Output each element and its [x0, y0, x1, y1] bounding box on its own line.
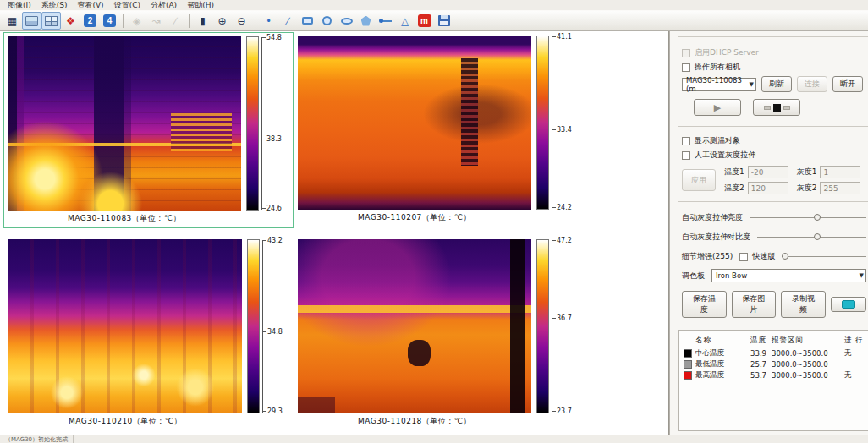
- scale-mid: 38.3: [266, 135, 282, 143]
- camera-select-value: MAG30-110083 (m: [686, 76, 746, 93]
- col-name: 名称: [695, 336, 741, 346]
- menu-help[interactable]: 帮助(H): [183, 0, 218, 11]
- menu-system[interactable]: 系统(S): [37, 0, 72, 11]
- brightness-slider[interactable]: [750, 214, 866, 222]
- fullscreen-button[interactable]: ❖: [61, 12, 80, 30]
- fast-mode-checkbox[interactable]: [739, 253, 748, 261]
- record-video-button[interactable]: 录制视频: [781, 291, 826, 318]
- scale-max: 43.2: [267, 237, 283, 244]
- point-tool-button[interactable]: •: [259, 12, 278, 30]
- stop-button[interactable]: [753, 99, 800, 116]
- flag-tool-button[interactable]: ▮: [193, 12, 212, 30]
- table-row[interactable]: 最高温度 53.7 3000.0~3500.0 无: [684, 369, 865, 380]
- rect-tool-button[interactable]: [298, 12, 317, 30]
- thermal-image-2[interactable]: [298, 36, 531, 210]
- two-up-view-icon: 2: [84, 14, 96, 27]
- calibrate-button[interactable]: ◈: [127, 12, 146, 30]
- save-temperature-button[interactable]: 保存温度: [682, 291, 727, 318]
- save-layout-button[interactable]: [434, 12, 453, 30]
- ellipse-tool-button[interactable]: [337, 12, 356, 30]
- device-manager-button[interactable]: ▦: [3, 12, 22, 30]
- measure-name: 最高温度: [695, 370, 741, 380]
- color-swatch: [684, 349, 692, 358]
- connection-group: 启用DHCP Server 操作所有相机 MAG30-110083 (m ▼ 刷…: [678, 36, 868, 127]
- slider-thumb[interactable]: [814, 214, 821, 221]
- refresh-button[interactable]: 刷新: [761, 76, 792, 92]
- polygon-tool-button[interactable]: [356, 12, 376, 30]
- dhcp-checkbox[interactable]: [682, 49, 690, 57]
- two-up-view-button[interactable]: 2: [80, 12, 100, 30]
- stop-left-nub: [764, 106, 771, 110]
- colorbar-2: 41.1 33.4 24.2: [536, 36, 580, 210]
- colorbar-4: 47.2 36.7 23.7: [536, 239, 580, 413]
- rect-tool-icon: [302, 17, 313, 25]
- slider-thumb[interactable]: [782, 253, 788, 260]
- play-icon: ▶: [714, 102, 721, 113]
- show-objects-checkbox[interactable]: [682, 137, 690, 145]
- scale-min: 29.3: [267, 407, 283, 415]
- gray2-input[interactable]: [820, 182, 860, 194]
- connect-button[interactable]: 连接: [797, 76, 827, 92]
- scale-min: 24.6: [266, 205, 282, 212]
- circle-tool-button[interactable]: [317, 12, 337, 30]
- palette-select[interactable]: Iron Bow ▼: [711, 269, 866, 282]
- camera-select[interactable]: MAG30-110083 (m ▼: [682, 78, 756, 91]
- gray2-label: 灰度2: [797, 183, 817, 194]
- apply-button[interactable]: 应用: [682, 169, 716, 191]
- scale-max: 47.2: [557, 237, 572, 244]
- menu-analyze[interactable]: 分析(A): [146, 0, 181, 11]
- delta-tool-button[interactable]: △: [395, 12, 415, 30]
- alarm-table: 名称 温度 报警区间 进 行 中心温度 33.9 3000.0~3500.0 无…: [678, 330, 868, 431]
- polygon-tool-icon: [361, 16, 371, 26]
- ruler-button[interactable]: ∕: [166, 12, 185, 30]
- measure-name: 最低温度: [695, 359, 741, 369]
- col-action: 进 行: [844, 336, 865, 346]
- menu-image[interactable]: 图像(I): [3, 0, 36, 11]
- slider-thumb[interactable]: [814, 233, 821, 240]
- zoom-out-button[interactable]: ⊖: [232, 12, 251, 30]
- temp1-input[interactable]: [748, 166, 788, 178]
- thermal-panel-3[interactable]: 43.2 34.8 29.3 MAG30-110210（单位：℃）: [8, 239, 290, 427]
- four-up-view-icon: 4: [103, 14, 116, 27]
- menu-view[interactable]: 查看(V): [73, 0, 107, 11]
- snapshot-button[interactable]: [831, 297, 866, 312]
- thermal-image-4[interactable]: [298, 239, 531, 413]
- table-row[interactable]: 中心温度 33.9 3000.0~3500.0 无: [684, 347, 865, 358]
- palette-select-value: Iron Bow: [716, 271, 747, 280]
- quad-view-button[interactable]: [41, 12, 61, 30]
- thermal-image-3[interactable]: [8, 239, 242, 413]
- play-button[interactable]: ▶: [694, 99, 741, 116]
- matrix-tool-button[interactable]: m: [415, 12, 434, 30]
- save-image-button[interactable]: 保存图片: [732, 291, 777, 318]
- manual-stretch-checkbox[interactable]: [682, 151, 690, 160]
- single-view-button[interactable]: [22, 12, 41, 30]
- col-range: 报警区间: [772, 336, 844, 346]
- thermal-feature: [171, 113, 232, 151]
- four-up-view-button[interactable]: 4: [100, 12, 119, 30]
- temp2-input[interactable]: [748, 182, 788, 194]
- scale-min: 23.7: [557, 407, 572, 415]
- zoom-in-button[interactable]: ⊕: [212, 12, 232, 30]
- thermal-panel-2[interactable]: 41.1 33.4 24.2 MAG30-110207（单位：℃）: [298, 36, 580, 223]
- status-bar: （MAG30）初始化完成: [0, 435, 868, 443]
- detail-slider[interactable]: [782, 253, 866, 260]
- table-row[interactable]: 最低温度 25.7 3000.0~3500.0: [684, 358, 865, 369]
- thermal-feature: [298, 397, 335, 413]
- line-tool-button[interactable]: ∕: [278, 12, 298, 30]
- contrast-slider[interactable]: [757, 233, 866, 241]
- antenna-button[interactable]: ↝: [146, 12, 166, 30]
- thermal-panel-1[interactable]: 54.8 38.3 24.6 MAG30-110083（单位：℃）: [8, 36, 289, 224]
- detail-label: 细节增强(255): [682, 251, 733, 262]
- thermal-feature: [461, 58, 477, 167]
- menu-settings[interactable]: 设置(C): [110, 0, 145, 11]
- zoom-out-icon: ⊖: [237, 16, 245, 26]
- thermal-panel-4[interactable]: 47.2 36.7 23.7 MAG30-110218（单位：℃）: [298, 239, 580, 427]
- thermal-feature: [408, 340, 431, 366]
- disconnect-button[interactable]: 断开: [832, 76, 863, 92]
- measure-name: 中心温度: [695, 348, 741, 358]
- gray1-input[interactable]: [820, 166, 860, 178]
- all-cameras-checkbox[interactable]: [682, 63, 690, 72]
- thermal-image-1[interactable]: [8, 36, 241, 211]
- menu-bar: 图像(I) 系统(S) 查看(V) 设置(C) 分析(A) 帮助(H): [0, 0, 868, 11]
- segment-tool-button[interactable]: [376, 12, 395, 30]
